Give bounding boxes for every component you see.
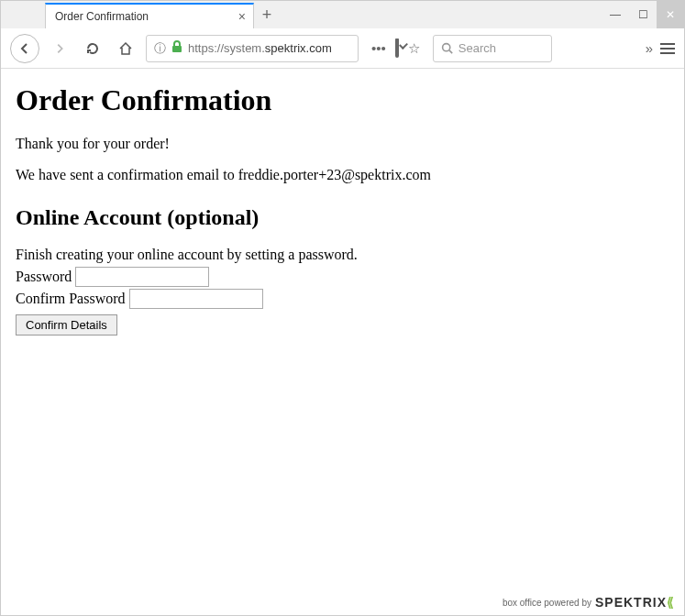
titlebar: Order Confirmation × + — ☐ ✕ [1,1,684,28]
close-tab-icon[interactable]: × [238,9,246,24]
password-input[interactable] [75,267,209,287]
pocket-icon[interactable] [395,40,399,56]
confirm-password-input[interactable] [129,289,263,309]
svg-line-2 [449,50,452,53]
home-button[interactable] [113,36,138,61]
footer-brand: SPEKTRIX⟪ [595,595,675,610]
minimize-button[interactable]: — [602,1,629,28]
thank-you-text: Thank you for your order! [16,136,669,152]
footer-text: box office powered by [503,598,591,608]
back-button[interactable] [10,34,39,63]
more-icon[interactable]: ••• [371,40,386,56]
tab-title: Order Confirmation [55,10,149,23]
arrow-left-icon [17,41,32,56]
url-text: https://system.spektrix.com [188,41,332,55]
svg-point-1 [442,44,449,51]
arrow-right-icon [53,42,66,55]
home-icon [118,41,133,56]
brand-glyph-icon: ⟪ [667,595,675,610]
maximize-button[interactable]: ☐ [629,1,657,28]
forward-button [47,36,72,61]
email-sent-text: We have sent a confirmation email to fre… [16,167,669,183]
page-content: Order Confirmation Thank you for your or… [1,69,684,615]
menu-button[interactable] [660,43,675,54]
browser-tab[interactable]: Order Confirmation × [45,3,254,28]
confirm-password-label: Confirm Password [16,291,126,307]
new-tab-button[interactable]: + [254,1,280,28]
bookmark-star-icon[interactable]: ☆ [408,40,420,57]
close-window-button[interactable]: ✕ [657,1,684,28]
lock-icon [171,40,182,56]
overflow-icon[interactable]: » [646,40,653,56]
reload-icon [85,41,100,56]
search-bar[interactable]: Search [433,35,552,62]
password-label: Password [16,269,72,285]
account-intro: Finish creating your online account by s… [16,247,669,263]
url-bar[interactable]: ⓘ https://system.spektrix.com [146,35,359,62]
reload-button[interactable] [80,36,105,61]
account-heading: Online Account (optional) [16,205,669,230]
svg-rect-0 [172,46,182,52]
browser-toolbar: ⓘ https://system.spektrix.com ••• ☆ Sear… [1,28,684,69]
footer: box office powered by SPEKTRIX⟪ [503,595,675,610]
info-icon[interactable]: ⓘ [154,40,166,57]
confirm-details-button[interactable]: Confirm Details [16,314,117,336]
search-icon [441,42,453,54]
search-placeholder: Search [459,41,496,55]
page-heading: Order Confirmation [16,83,669,117]
